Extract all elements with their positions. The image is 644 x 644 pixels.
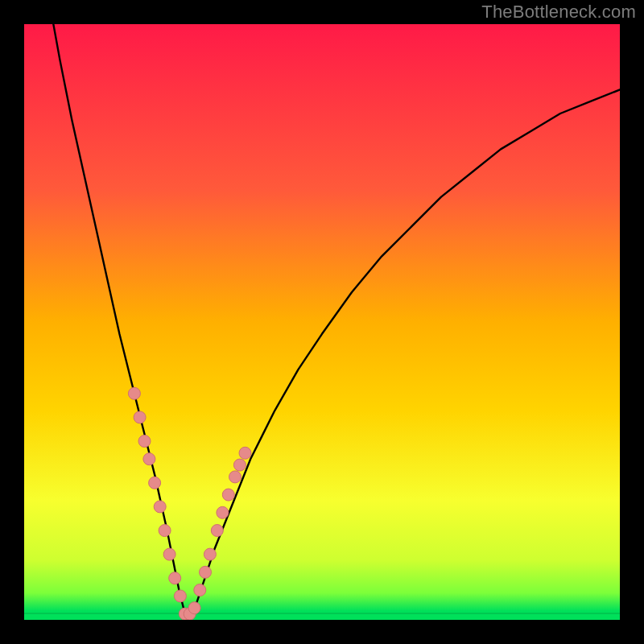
data-marker	[134, 411, 146, 423]
data-marker	[204, 548, 216, 560]
data-marker	[169, 572, 181, 584]
data-marker	[229, 471, 242, 483]
chart-container: TheBottleneck.com	[0, 0, 644, 644]
plot-area	[24, 24, 620, 620]
data-marker	[222, 489, 234, 501]
data-marker	[163, 548, 175, 560]
data-marker	[200, 566, 212, 578]
data-marker	[174, 590, 186, 602]
data-marker	[154, 501, 166, 513]
data-marker	[217, 506, 229, 518]
svg-rect-0	[24, 24, 620, 620]
data-marker	[149, 477, 161, 489]
bottleneck-chart	[24, 24, 620, 620]
data-marker	[194, 584, 206, 597]
watermark-text: TheBottleneck.com	[481, 2, 636, 23]
data-marker	[188, 602, 200, 614]
data-marker	[128, 387, 140, 399]
data-marker	[143, 453, 155, 465]
data-marker	[159, 525, 171, 537]
data-marker	[138, 436, 151, 448]
svg-rect-1	[24, 613, 620, 614]
data-marker	[211, 525, 223, 537]
data-marker	[239, 447, 251, 459]
data-marker	[233, 459, 246, 471]
